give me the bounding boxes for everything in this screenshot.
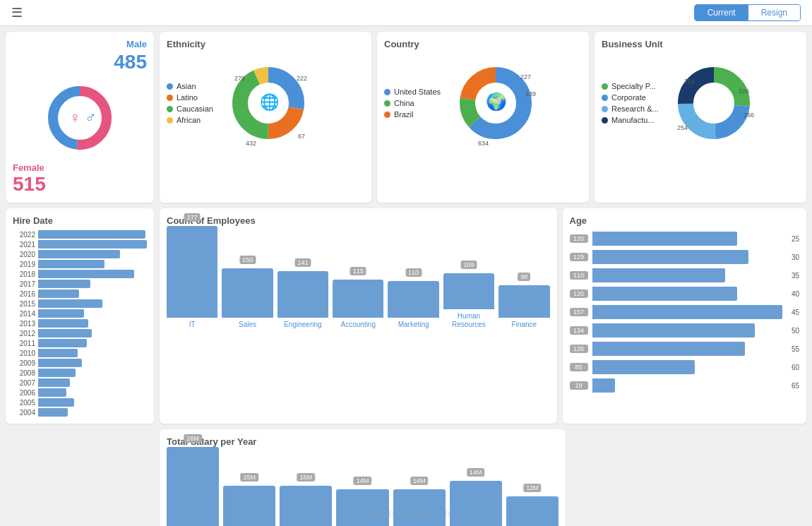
current-button[interactable]: Current xyxy=(695,5,748,20)
hire-bar xyxy=(38,388,66,397)
svg-text:♂: ♂ xyxy=(85,109,97,126)
salary-value-label: 15M xyxy=(240,473,258,482)
hire-bar-wrap: 64 xyxy=(38,250,147,258)
age-count-badge: 157 xyxy=(570,308,588,316)
hamburger-icon[interactable]: ☰ xyxy=(11,5,23,20)
age-card: Age 120 25 129 30 110 35 120 40 157 45 1… xyxy=(563,208,807,424)
bar-value-label: 109 xyxy=(460,261,477,269)
hire-row: 2006 22 xyxy=(13,388,147,397)
legend-african: African xyxy=(167,116,213,124)
legend-asian: Asian xyxy=(167,82,213,90)
hire-bar-wrap: 42 xyxy=(38,329,147,337)
toggle-button-group: Current Resign xyxy=(694,4,801,21)
hire-year: 2013 xyxy=(13,320,35,328)
hire-year: 2020 xyxy=(13,251,35,258)
employee-bar-group: 277 IT xyxy=(167,226,217,329)
employees-card: Count of Employees 277 IT 150 Sales 141 … xyxy=(160,208,557,424)
hire-year: 2019 xyxy=(13,261,35,268)
ethnicity-legend: Asian Latino Caucasian African xyxy=(167,82,213,124)
age-bar-wrap xyxy=(592,342,783,356)
country-chart-row: United States China Brazil xyxy=(384,54,582,153)
age-row: 129 30 xyxy=(570,250,800,264)
hire-bar-wrap: 23 xyxy=(38,408,147,417)
hire-bar xyxy=(38,260,105,268)
country-donut: 🌍 634 139 227 xyxy=(446,54,545,153)
age-count-badge: 120 xyxy=(570,234,588,243)
hire-row: 2012 42 xyxy=(13,329,147,337)
hire-year: 2008 xyxy=(13,369,35,377)
legend-china: China xyxy=(384,99,441,107)
age-bar-wrap xyxy=(592,232,783,246)
resign-button[interactable]: Resign xyxy=(748,5,800,20)
latino-label: Latino xyxy=(177,93,198,102)
salary-bar-group: 14M Accounting xyxy=(336,489,388,526)
svg-text:634: 634 xyxy=(478,140,489,147)
salary-bar-group: 15M Engineering xyxy=(280,486,332,526)
hire-bar-wrap: 75 xyxy=(38,270,147,278)
age-count-badge: 110 xyxy=(570,271,588,280)
bar-axis-label: IT xyxy=(189,321,196,329)
us-label: United States xyxy=(394,88,441,96)
svg-text:227: 227 xyxy=(520,73,531,80)
age-row: 126 55 xyxy=(570,342,800,356)
salary-bar: 26M xyxy=(167,447,219,526)
bar-axis-label: Finance xyxy=(512,321,537,329)
hire-row: 2022 84 xyxy=(13,230,147,239)
hire-bar-wrap: 85 xyxy=(38,240,147,249)
age-row: 120 25 xyxy=(570,232,800,246)
age-row: 157 45 xyxy=(570,305,800,319)
legend-latino: Latino xyxy=(167,93,213,102)
employees-title: Count of Employees xyxy=(167,215,550,226)
svg-text:139: 139 xyxy=(525,90,536,97)
hire-bar xyxy=(38,398,74,407)
hire-year: 2011 xyxy=(13,340,35,347)
svg-text:🌐: 🌐 xyxy=(260,92,280,112)
hire-bar xyxy=(38,349,78,357)
age-axis-label: 30 xyxy=(787,253,799,261)
age-bar xyxy=(592,268,726,282)
age-axis-label: 55 xyxy=(787,345,799,353)
hire-bar-wrap: 32 xyxy=(38,289,147,298)
age-title: Age xyxy=(570,215,800,226)
hire-year: 2014 xyxy=(13,310,35,318)
hire-row: 2016 32 xyxy=(13,289,147,298)
svg-text:266: 266 xyxy=(744,112,754,119)
hire-date-title: Hire Date xyxy=(13,215,147,226)
hire-year: 2010 xyxy=(13,349,35,357)
manufacturing-dot xyxy=(602,117,608,124)
hire-year: 2012 xyxy=(13,330,35,337)
age-bar xyxy=(592,378,616,393)
bar-axis-label: HumanResources xyxy=(452,312,486,329)
age-count-badge: 19 xyxy=(570,381,588,390)
manufacturing-label: Manufactu... xyxy=(611,116,655,124)
us-dot xyxy=(384,89,390,95)
brazil-label: Brazil xyxy=(394,110,414,119)
hire-row: 2004 23 xyxy=(13,408,147,417)
age-axis-label: 60 xyxy=(787,364,799,371)
hire-bar-wrap: 41 xyxy=(38,280,147,288)
bottom-age-spacer xyxy=(571,429,806,526)
employee-bar-group: 150 Sales xyxy=(222,268,273,329)
middle-row: Hire Date 2022 84 2021 85 2020 64 2019 5… xyxy=(6,208,806,424)
ethnicity-title: Ethnicity xyxy=(167,39,364,49)
age-axis-label: 35 xyxy=(787,272,799,280)
male-count: 485 xyxy=(114,51,147,73)
hire-row: 2015 50 xyxy=(13,299,147,308)
salary-bar: 12M xyxy=(506,496,559,526)
salary-bar-group: 12M Finance xyxy=(506,496,559,526)
hire-bar xyxy=(38,339,87,347)
age-count-badge: 126 xyxy=(570,345,588,353)
svg-text:🌍: 🌍 xyxy=(486,91,507,112)
hire-bar xyxy=(38,299,102,308)
age-count-badge: 85 xyxy=(570,363,588,371)
hire-year: 2021 xyxy=(13,241,35,249)
legend-brazil: Brazil xyxy=(384,110,441,119)
salary-bar-chart: 26M IT 15M Sales 15M Engineering 14M Acc… xyxy=(167,451,559,526)
corporate-dot xyxy=(602,95,608,101)
age-row: 120 40 xyxy=(570,287,800,301)
svg-text:432: 432 xyxy=(246,140,256,147)
bu-chart-row: Specialty P... Corporate Research &... M… xyxy=(602,54,799,153)
age-row: 134 50 xyxy=(570,323,800,337)
bu-donut: 226 266 254 254 xyxy=(664,54,763,153)
age-bar xyxy=(592,342,745,356)
